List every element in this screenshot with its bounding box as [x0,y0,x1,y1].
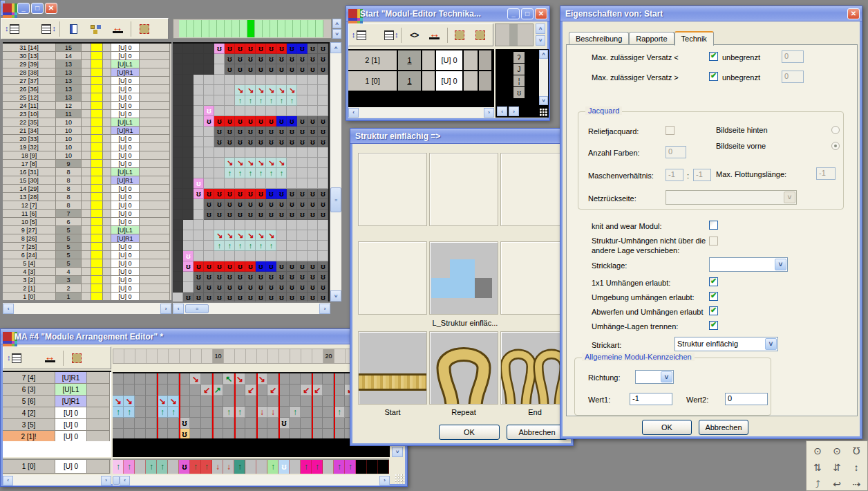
grid-cell[interactable] [276,230,287,241]
grid-cell[interactable]: ʊ [287,137,297,147]
grid-cell[interactable]: ʊ [287,116,297,127]
grid-cell[interactable] [235,106,245,116]
grid-cell[interactable] [234,429,245,438]
insert-rows-icon[interactable] [6,21,23,37]
grid-cell[interactable] [318,106,328,116]
grid-cell[interactable] [173,241,183,251]
grid-cell[interactable] [308,147,318,158]
symbol-tile[interactable]: J [513,64,525,75]
grid-cell[interactable]: ʊ [318,44,328,54]
grid-cell[interactable]: ʊ [308,64,318,75]
abwerfen-checkbox[interactable] [709,306,718,315]
grid-cell[interactable]: ʊ [235,210,245,220]
grid-cell[interactable] [194,241,204,251]
grid-cell[interactable]: ʊ [276,189,287,199]
grid-cell[interactable] [256,75,266,85]
grid-cell[interactable]: ↑ [223,407,234,418]
grid-cell[interactable] [194,95,204,106]
pane-scroll-down[interactable]: ˅ [536,35,545,46]
grid-cell[interactable] [214,168,225,178]
grid-cell[interactable] [276,147,287,158]
table-row[interactable]: 23 [10]11[U] 0 [3,110,171,118]
grid-cell[interactable] [279,429,290,438]
grid-cell[interactable]: ʊ [297,199,308,210]
grid-cell[interactable] [214,75,225,85]
module-strip-cell[interactable] [378,460,389,474]
yarn-cell[interactable] [187,20,194,37]
grid-cell[interactable] [287,158,297,168]
table-scroll-left[interactable]: ‹ [3,304,14,314]
module-strip-cell[interactable]: ↑ [113,460,124,474]
grid-cell[interactable] [308,168,318,178]
grid-cell[interactable] [124,373,135,385]
grid-cell[interactable] [334,429,345,438]
grid-cell[interactable]: ↘ [157,396,168,407]
grid-cell[interactable] [256,385,267,396]
grid-cell[interactable]: ↑ [235,95,245,106]
grid-cell[interactable]: ↘ [266,158,276,168]
grid-cell[interactable]: ʊ [235,127,245,137]
grid-cell[interactable]: ʊ [318,54,328,64]
grid-cell[interactable] [266,220,276,230]
grid-cell[interactable] [234,385,245,396]
grid-cell[interactable]: ʊ [276,64,287,75]
grid-cell[interactable] [214,64,225,75]
grid-cell[interactable] [124,429,135,438]
grid-cell[interactable] [204,230,214,241]
close-button[interactable]: ✕ [535,8,547,19]
grid-cell[interactable]: ʊ [287,282,297,293]
yarn-cell[interactable] [301,20,308,37]
grid-cell[interactable] [179,407,190,418]
grid-cell[interactable]: ʊ [266,127,276,137]
grid-cell[interactable] [287,230,297,241]
insert-columns-icon[interactable] [37,21,55,37]
grid-cell[interactable]: ʊ [235,261,245,272]
grid-cell[interactable] [204,64,214,75]
grid-cell[interactable]: ↑ [290,407,301,418]
table-row[interactable]: 20 [33]10[U] 0 [3,135,171,143]
table-row[interactable]: 15 [30]8[U]R1 [3,176,171,185]
grid-cell[interactable] [183,147,194,158]
grid-cell[interactable]: ʊ [225,189,235,199]
grid-cell[interactable] [190,418,201,429]
grid-cell[interactable] [194,168,204,178]
grid-cell[interactable] [297,241,308,251]
table-row[interactable]: 3 [2]3[U] 0 [3,276,171,284]
grid-cell[interactable] [183,54,194,64]
grid-cell[interactable] [290,385,301,396]
table-row[interactable]: 24 [11]12[U] 0 [3,102,171,110]
grid-cell[interactable]: ↘ [235,85,245,95]
grid-cell[interactable] [276,75,287,85]
wert1-field[interactable]: -1 [630,393,672,405]
grid-cell[interactable] [308,158,318,168]
grid-cell[interactable]: ʊ [204,261,214,272]
grid-cell[interactable]: ʊ [308,44,318,54]
grid-cell[interactable]: ʊ [245,116,256,127]
grid-cell[interactable]: ʊ [204,106,214,116]
grid-cell[interactable] [323,429,334,438]
grid-cell[interactable] [334,418,345,429]
grid-cell[interactable]: ʊ [287,54,297,64]
grid-cell[interactable]: ʊ [245,282,256,293]
grid-cell[interactable]: ↘ [256,85,266,95]
chevron-down-icon[interactable]: ˅ [784,192,795,203]
grid-cell[interactable]: ʊ [266,189,276,199]
grid-cell[interactable]: ʊ [245,189,256,199]
ma-scroll-left[interactable]: ‹ [120,476,130,485]
grid-cell[interactable] [168,429,179,438]
grid-cell[interactable] [279,396,290,407]
grid-cell[interactable]: ʊ [194,272,204,282]
grid-cell[interactable] [201,429,212,438]
grid-cell[interactable] [318,168,328,178]
grid-cell[interactable] [183,85,194,95]
grid-cell[interactable] [308,178,318,189]
grid-cell[interactable] [204,168,214,178]
grid-cell[interactable]: ʊ [287,272,297,282]
grid-cell[interactable] [297,95,308,106]
grid-cell[interactable] [297,168,308,178]
grid-cell[interactable]: ʊ [245,261,256,272]
grid-cell[interactable] [173,220,183,230]
table-row[interactable]: 10 [5]6[U] 0 [3,218,171,226]
grid-cell[interactable]: ʊ [245,210,256,220]
dialog-eigenschaften[interactable]: Eigenschaften von: Start ✕ Beschreibung … [560,6,862,439]
